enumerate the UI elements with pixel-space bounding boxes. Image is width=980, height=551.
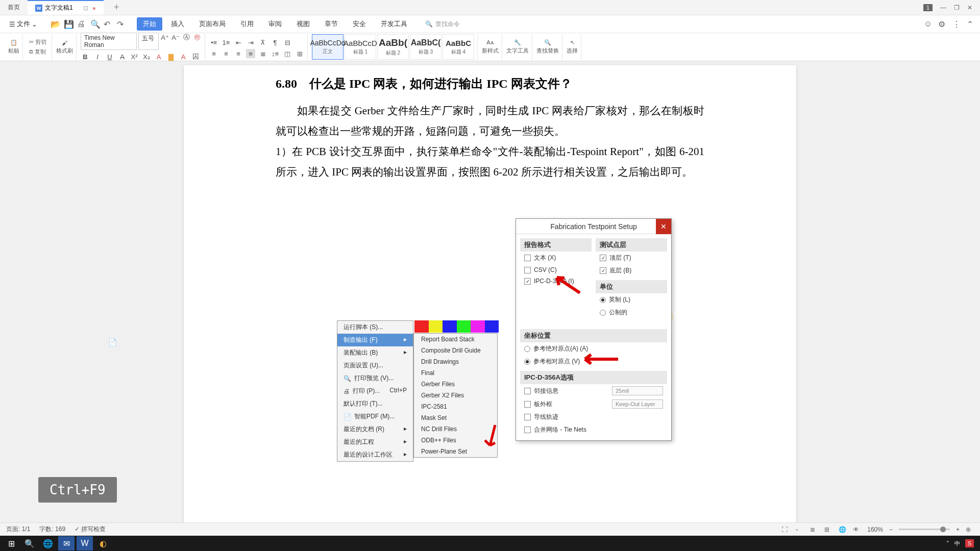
shading-icon[interactable]: ◫ [283, 49, 292, 58]
tab-icon[interactable]: ⊟ [283, 38, 292, 47]
ctx-smart-pdf[interactable]: 📄智能PDF (M)... [337, 410, 413, 423]
cut-button[interactable]: ✂剪切 [27, 37, 48, 47]
style-h1[interactable]: AaBbCcD标题 1 [345, 34, 376, 60]
align-right-icon[interactable]: ≡ [234, 49, 243, 58]
sub-drill-drawings[interactable]: Drill Drawings [414, 356, 497, 367]
font-color-icon[interactable]: A [179, 52, 188, 61]
sub-mask-set[interactable]: Mask Set [414, 412, 497, 423]
checkbox-bottom[interactable] [600, 267, 606, 274]
redo-icon[interactable]: ↷ [117, 20, 125, 28]
tab-review[interactable]: 审阅 [262, 17, 288, 31]
open-icon[interactable]: 📂 [51, 20, 59, 28]
status-words[interactable]: 字数: 169 [39, 525, 65, 534]
radio-metric[interactable] [600, 310, 606, 316]
style-h2[interactable]: AaBb(标题 2 [377, 34, 409, 60]
tab-home[interactable]: 首页 [0, 0, 28, 15]
indent-dec-icon[interactable]: ⇤ [234, 38, 243, 47]
font-grow-icon[interactable]: A⁺ [160, 33, 169, 42]
border-icon[interactable]: ⊞ [295, 49, 304, 58]
settings-icon[interactable]: ⚙ [938, 20, 946, 28]
tab-view[interactable]: 视图 [290, 17, 316, 31]
save-icon[interactable]: 💾 [64, 20, 72, 28]
ctx-recent-projects[interactable]: 最近的工程▸ [337, 436, 413, 448]
phonetic-icon[interactable]: ㊕ [192, 33, 202, 42]
checkbox-trace[interactable] [524, 414, 531, 420]
view-outline-icon[interactable]: ≣ [810, 525, 818, 534]
align-left-icon[interactable]: ≡ [209, 49, 218, 58]
zoom-slider[interactable] [899, 529, 950, 530]
tab-layout[interactable]: 页面布局 [193, 17, 232, 31]
underline-icon[interactable]: U [105, 52, 114, 61]
tab-security[interactable]: 安全 [347, 17, 372, 31]
file-menu[interactable]: 文件 ⌄ [5, 18, 41, 30]
tab-document[interactable]: W 文字文稿1 ⊡ ● [28, 0, 104, 15]
tab-reference[interactable]: 引用 [234, 17, 260, 31]
pilcrow-icon[interactable]: ¶ [271, 38, 280, 47]
sort-icon[interactable]: ⊼ [258, 38, 267, 47]
print-icon[interactable]: 🖨 [77, 20, 85, 28]
copy-button[interactable]: ⧉复制 [27, 47, 48, 57]
bullets-icon[interactable]: •≡ [209, 38, 218, 47]
ctx-page-setup[interactable]: 页面设置 (U)... [337, 359, 413, 372]
dialog-close-button[interactable]: ✕ [656, 219, 671, 234]
checkbox-csv[interactable] [524, 267, 531, 273]
clear-format-icon[interactable]: Ⓐ [182, 33, 191, 42]
ctx-recent-docs[interactable]: 最近的文档 (R)▸ [337, 423, 413, 436]
align-dist-icon[interactable]: ≣ [258, 49, 267, 58]
sub-ipc-2581[interactable]: IPC-2581 [414, 401, 497, 412]
input-distance[interactable]: 25mil [612, 386, 663, 395]
text-effect-icon[interactable]: A [154, 52, 163, 61]
radio-rel-origin[interactable] [524, 359, 530, 365]
status-spellcheck[interactable]: ✓ 拼写检查 [75, 525, 106, 534]
subscript-icon[interactable]: X₂ [142, 52, 151, 61]
select-button[interactable]: ↖选择 [567, 39, 578, 55]
command-search[interactable]: 🔍 查找命令 [425, 20, 460, 29]
ctx-print[interactable]: 🖨打印 (P)...Ctrl+P [337, 385, 413, 397]
tab-devtools[interactable]: 开发工具 [375, 17, 413, 31]
checkbox-ipc[interactable] [524, 278, 531, 285]
checkbox-neighbor[interactable] [524, 388, 531, 394]
taskbar-wps[interactable]: W [77, 536, 93, 550]
paste-button[interactable]: 📋 粘贴 [8, 39, 19, 55]
radio-abs-origin[interactable] [524, 346, 530, 352]
start-button[interactable]: ⊞ [3, 536, 19, 550]
zoom-in-icon[interactable]: + [956, 526, 960, 533]
ctx-recent-workspaces[interactable]: 最近的设计工作区▸ [337, 448, 413, 461]
font-shrink-icon[interactable]: A⁻ [171, 33, 180, 42]
sub-gerber-files[interactable]: Gerber Files [414, 379, 497, 390]
sub-report-board-stack[interactable]: Report Board Stack [414, 334, 497, 345]
taskbar-app1[interactable]: ✉ [58, 536, 75, 550]
feedback-icon[interactable]: ☺ [924, 20, 932, 28]
align-justify-icon[interactable]: ≡ [246, 49, 255, 58]
ctx-print-preview[interactable]: 🔍打印预览 (V)... [337, 372, 413, 385]
strike-icon[interactable]: A̶ [117, 52, 127, 61]
eye-icon[interactable]: 👁 [853, 525, 861, 534]
fullscreen-icon[interactable]: ⛶ [781, 525, 790, 534]
page[interactable]: 6.80 什么是 IPC 网表，如何进行输出 IPC 网表文件？ 如果在提交 G… [184, 65, 796, 536]
format-painter-button[interactable]: 🖌 格式刷 [56, 40, 73, 55]
style-h4[interactable]: AaBbC标题 4 [443, 34, 474, 60]
font-size-select[interactable]: 五号 [138, 33, 159, 50]
fit-icon[interactable]: ⊕ [966, 525, 974, 534]
numbering-icon[interactable]: 1≡ [222, 38, 231, 47]
font-name-select[interactable]: Times New Roman [81, 33, 137, 50]
taskbar-app2[interactable]: ◐ [95, 536, 111, 550]
sub-composite-drill[interactable]: Composite Drill Guide [414, 345, 497, 356]
taskbar-search[interactable]: 🔍 [21, 536, 38, 550]
superscript-icon[interactable]: X² [130, 52, 139, 61]
radio-imperial[interactable] [600, 297, 606, 303]
indent-inc-icon[interactable]: ⇥ [246, 38, 255, 47]
checkbox-text[interactable] [524, 255, 531, 261]
tab-add[interactable]: + [114, 2, 119, 13]
ctx-fabrication-output[interactable]: 制造输出 (F)▸ [337, 334, 413, 346]
undo-icon[interactable]: ↶ [104, 20, 112, 28]
find-replace-button[interactable]: 🔍查找替换 [536, 39, 559, 55]
style-normal[interactable]: AaBbCcDd正文 [312, 34, 344, 60]
select-keepout[interactable]: Keep-Out Layer [612, 399, 663, 409]
ctx-assembly-output[interactable]: 装配输出 (B)▸ [337, 346, 413, 359]
ime-sogou-icon[interactable]: S [965, 539, 974, 547]
globe-icon[interactable]: 🌐 [839, 525, 847, 534]
zoom-value[interactable]: 160% [867, 526, 883, 533]
ctx-run-script[interactable]: 运行脚本 (S)... [337, 321, 413, 334]
ime-indicator[interactable]: 中 [954, 540, 960, 547]
